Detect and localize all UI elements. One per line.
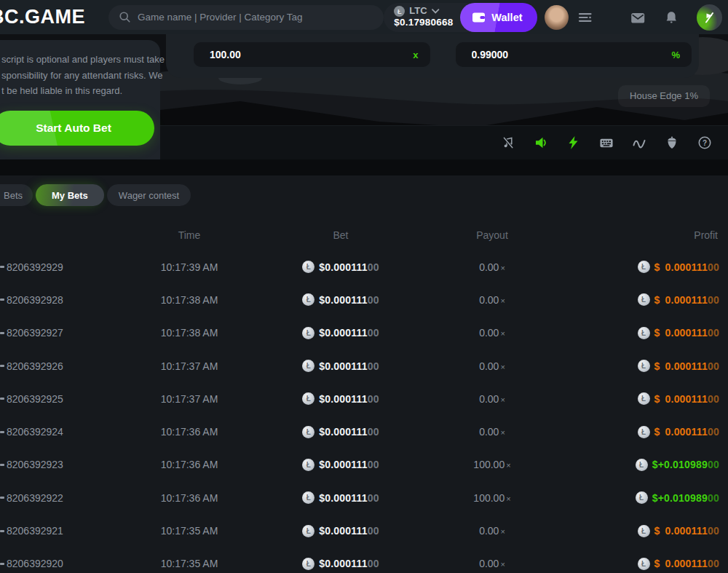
clipped-id-fragment (0, 464, 4, 466)
header-bet: Bet (255, 229, 427, 241)
clipped-id-fragment (0, 431, 4, 433)
table-row[interactable]: 8206392925 10:17:37 AM Ł $0.00011100 0.0… (0, 382, 728, 415)
bet-time: 10:17:38 AM (124, 327, 255, 339)
payout-field[interactable]: x (194, 42, 430, 67)
clipped-id-fragment (0, 398, 4, 400)
bet-payout: 0.00× (427, 327, 558, 339)
bet-time: 10:17:39 AM (124, 261, 255, 273)
bet-payout: 0.00× (427, 393, 558, 405)
trends-icon[interactable] (632, 135, 646, 150)
sound-on-icon[interactable] (534, 135, 548, 150)
ltc-coin-icon: Ł (638, 525, 650, 537)
chat-toggle-icon[interactable] (697, 4, 722, 31)
table-row[interactable]: 8206392928 10:17:38 AM Ł $0.00011100 0.0… (0, 283, 728, 316)
bet-amount: Ł $0.00011100 (255, 426, 427, 438)
bet-payout: 100.00× (427, 459, 558, 470)
table-row[interactable]: 8206392926 10:17:37 AM Ł $0.00011100 0.0… (0, 349, 728, 382)
game-area: x % House Edge 1% (160, 34, 728, 159)
bet-payout: 100.00× (427, 492, 558, 504)
hotkeys-icon[interactable] (599, 135, 614, 150)
mail-icon[interactable] (630, 11, 645, 24)
clipped-id-fragment (0, 266, 4, 268)
disclaimer-line: t be held liable in this regard. (1, 83, 151, 99)
bet-payout: 0.00× (427, 360, 558, 372)
disclaimer-line: sponsibility for any attendant risks. We (1, 68, 151, 84)
search-icon (119, 11, 131, 23)
ltc-coin-icon: Ł (302, 459, 314, 471)
bet-profit: Ł $0.00011100 (558, 327, 728, 339)
bet-amount: Ł $0.00011100 (255, 558, 427, 570)
clipped-id-fragment (0, 530, 4, 532)
ltc-coin-icon: Ł (302, 491, 314, 504)
bet-menu-icon[interactable] (578, 10, 593, 25)
ltc-coin-icon: Ł (638, 327, 650, 339)
ltc-coin-icon: Ł (302, 558, 314, 570)
bet-inputs-panel: x % (166, 34, 699, 78)
tab-wager-contest[interactable]: Wager contest (107, 184, 191, 206)
ltc-coin-icon: Ł (302, 293, 314, 306)
bell-icon[interactable] (665, 10, 678, 25)
seed-icon[interactable] (665, 135, 679, 150)
payout-input[interactable] (194, 42, 430, 67)
music-off-icon[interactable] (501, 135, 515, 150)
search-input[interactable] (138, 12, 373, 23)
bet-profit: Ł $0.00011100 (558, 360, 728, 372)
section-divider (0, 159, 728, 175)
win-chance-field[interactable]: % (456, 42, 692, 67)
bet-profit: Ł $+0.01098900 (558, 491, 728, 504)
currency-selector[interactable]: Ł LTC $0.17980668 (384, 6, 460, 28)
bet-id: 8206392923 (0, 459, 124, 470)
bet-id: 8206392924 (0, 426, 124, 438)
topbar: BC.GAME Ł LTC $0.17980668 Wallet (0, 0, 728, 34)
instant-bet-icon[interactable] (566, 135, 581, 150)
bet-profit: Ł $0.00011100 (558, 525, 728, 537)
table-row[interactable]: 8206392921 10:17:35 AM Ł $0.00011100 0.0… (0, 514, 728, 547)
bet-payout: 0.00× (427, 294, 558, 306)
table-row[interactable]: 8206392929 10:17:39 AM Ł $0.00011100 0.0… (0, 250, 728, 283)
wallet-label: Wallet (491, 12, 522, 23)
start-auto-bet-button[interactable]: Start Auto Bet (0, 111, 154, 146)
table-row[interactable]: 8206392924 10:17:36 AM Ł $0.00011100 0.0… (0, 415, 728, 448)
ltc-coin-icon: Ł (302, 327, 314, 339)
bet-time: 10:17:36 AM (124, 426, 255, 438)
clipped-id-fragment (0, 365, 4, 367)
header-time: Time (124, 229, 255, 241)
bet-id: 8206392922 (0, 492, 124, 504)
search-bar[interactable] (108, 5, 384, 30)
bet-time: 10:17:38 AM (124, 294, 255, 306)
bet-amount: Ł $0.00011100 (255, 293, 427, 306)
bet-id: 8206392921 (0, 525, 124, 537)
ltc-coin-icon: Ł (638, 558, 650, 570)
ltc-coin-icon: Ł (638, 392, 650, 405)
table-row[interactable]: 8206392920 10:17:35 AM Ł $0.00011100 0.0… (0, 548, 728, 573)
currency-code: LTC (409, 6, 427, 17)
ltc-coin-icon: Ł (302, 392, 314, 405)
bets-tabs: Bets My Bets Wager contest (0, 184, 191, 206)
table-row[interactable]: 8206392927 10:17:38 AM Ł $0.00011100 0.0… (0, 317, 728, 349)
bet-id: 8206392929 (0, 261, 124, 273)
wallet-icon (472, 11, 486, 23)
win-chance-input[interactable] (456, 42, 692, 67)
bets-table-body: 8206392929 10:17:39 AM Ł $0.00011100 0.0… (0, 250, 728, 573)
tab-my-bets[interactable]: My Bets (36, 184, 104, 206)
tab-all-bets[interactable]: Bets (0, 184, 33, 206)
table-row[interactable]: 8206392923 10:17:36 AM Ł $0.00011100 100… (0, 448, 728, 481)
bet-time: 10:17:35 AM (124, 525, 255, 537)
ltc-coin-icon: Ł (636, 491, 648, 504)
bet-profit: Ł $0.00011100 (558, 392, 728, 405)
bet-id: 8206392925 (0, 393, 124, 405)
site-logo[interactable]: BC.GAME (0, 6, 85, 28)
disclaimer-line: script is optional and players must take (1, 52, 151, 68)
avatar[interactable] (545, 5, 569, 30)
payout-suffix: x (413, 50, 418, 60)
help-icon[interactable]: ? (697, 135, 712, 150)
bet-id: 8206392920 (0, 558, 124, 569)
house-edge-badge: House Edge 1% (618, 85, 710, 107)
table-row[interactable]: 8206392922 10:17:36 AM Ł $0.00011100 100… (0, 481, 728, 514)
table-header: Time Bet Payout Profit (0, 218, 728, 250)
wallet-button[interactable]: Wallet (460, 3, 537, 32)
bet-profit: Ł $0.00011100 (558, 293, 728, 306)
bet-amount: Ł $0.00011100 (255, 360, 427, 372)
ltc-coin-icon: Ł (638, 360, 650, 372)
clipped-id-fragment (0, 332, 4, 334)
